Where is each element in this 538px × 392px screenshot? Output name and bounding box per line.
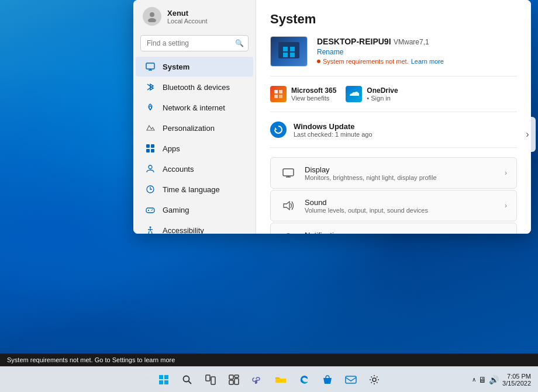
clock-date: 3/15/2022: [502, 380, 531, 387]
main-content: System DESKTOP-REIPU9I VMware7,1 Rename: [256, 0, 531, 234]
svg-point-0: [150, 12, 154, 17]
svg-rect-12: [146, 208, 154, 213]
accounts-icon: [145, 164, 156, 174]
teams-button[interactable]: [247, 369, 268, 390]
ms365-title: Microsoft 365: [291, 86, 336, 95]
svg-rect-47: [229, 380, 233, 384]
learn-more-link[interactable]: Learn more: [411, 58, 444, 65]
svg-rect-32: [283, 169, 294, 176]
task-view-button[interactable]: [200, 369, 221, 390]
device-vm: VMware7,1: [394, 38, 429, 46]
search-box[interactable]: 🔍: [140, 35, 249, 51]
user-info: Xenut Local Account: [167, 9, 208, 25]
taskbar: ∧ 🖥 🔊 7:05 PM 3/15/2022: [0, 366, 538, 392]
warning-dot: [317, 60, 320, 63]
svg-rect-6: [146, 144, 150, 148]
svg-rect-23: [278, 42, 299, 58]
svg-rect-30: [274, 95, 278, 98]
user-section[interactable]: Xenut Local Account: [133, 0, 256, 33]
svg-point-10: [149, 165, 152, 169]
file-explorer-button[interactable]: [270, 369, 291, 390]
search-icon: 🔍: [235, 39, 244, 47]
svg-point-40: [184, 376, 189, 381]
device-name: DESKTOP-REIPU9I: [317, 37, 391, 46]
display-item[interactable]: Display Monitors, brightness, night ligh…: [270, 157, 517, 189]
search-taskbar-button[interactable]: [177, 369, 198, 390]
svg-line-20: [149, 231, 149, 234]
sidebar-item-personalization[interactable]: Personalization: [136, 118, 253, 138]
accessibility-icon: [145, 225, 156, 234]
rename-link[interactable]: Rename: [317, 48, 517, 56]
svg-point-17: [150, 227, 151, 228]
sidebar-label-gaming: Gaming: [163, 206, 189, 214]
taskbar-clock[interactable]: 7:05 PM 3/15/2022: [502, 373, 531, 387]
sidebar-label-personalization: Personalization: [163, 124, 215, 133]
svg-rect-36: [159, 375, 163, 379]
sidebar-item-accessibility[interactable]: Accessibility: [136, 220, 253, 234]
sound-item[interactable]: Sound Volume levels, output, input, soun…: [270, 190, 517, 221]
sidebar-item-network[interactable]: Network & internet: [136, 98, 253, 117]
windows-update-section[interactable]: Windows Update Last checked: 1 minute ag…: [270, 122, 517, 148]
windows-update-icon: [270, 122, 287, 138]
right-arrow-button[interactable]: ›: [519, 117, 536, 152]
device-warning: System requirements not met. Learn more: [317, 58, 517, 65]
svg-rect-44: [229, 375, 233, 379]
sidebar-item-accounts[interactable]: Accounts: [136, 159, 253, 179]
nav-items: System Bluetooth & devices: [133, 56, 256, 234]
settings-taskbar-button[interactable]: [364, 369, 385, 390]
svg-rect-43: [211, 377, 215, 384]
device-card: DESKTOP-REIPU9I VMware7,1 Rename System …: [270, 36, 517, 77]
svg-rect-37: [164, 375, 168, 379]
mail-button[interactable]: [340, 369, 361, 390]
search-input[interactable]: [140, 35, 249, 51]
system-icon: [145, 61, 156, 72]
onedrive-sub: • Sign in: [367, 95, 398, 102]
sidebar-item-gaming[interactable]: Gaming: [136, 200, 253, 220]
svg-rect-38: [159, 380, 163, 384]
display-title: Display: [305, 165, 496, 174]
notifications-item[interactable]: Notifications Alerts from apps and syste…: [270, 223, 517, 234]
page-title: System: [270, 12, 517, 27]
user-name: Xenut: [167, 9, 208, 18]
notifications-icon: [280, 230, 296, 234]
bottom-notification-text: System requirements not met. Go to Setti…: [7, 356, 175, 363]
ms365-sub: View benefits: [291, 95, 336, 102]
svg-rect-45: [234, 375, 239, 377]
svg-rect-27: [290, 53, 295, 57]
edge-button[interactable]: [294, 369, 315, 390]
svg-point-50: [373, 378, 376, 381]
svg-rect-2: [146, 63, 154, 69]
svg-rect-25: [290, 47, 295, 51]
onedrive-icon: [346, 86, 362, 102]
onedrive-title: OneDrive: [367, 86, 398, 95]
display-icon: [280, 165, 296, 181]
device-info: DESKTOP-REIPU9I VMware7,1 Rename System …: [317, 36, 517, 65]
bluetooth-icon: [145, 82, 156, 92]
sidebar-item-system[interactable]: System: [136, 57, 253, 77]
widgets-button[interactable]: [223, 369, 244, 390]
onedrive-link[interactable]: OneDrive • Sign in: [346, 86, 398, 102]
svg-rect-39: [164, 380, 168, 384]
taskbar-center: [153, 369, 385, 390]
svg-point-1: [148, 18, 156, 22]
windows-update-title: Windows Update: [294, 122, 373, 131]
start-button[interactable]: [153, 369, 174, 390]
taskbar-right: ∧ 🖥 🔊 7:05 PM 3/15/2022: [472, 373, 531, 387]
store-button[interactable]: [317, 369, 338, 390]
quick-links: Microsoft 365 View benefits OneDrive • S…: [270, 86, 517, 112]
ms365-icon: [270, 86, 287, 102]
volume-tray-icon[interactable]: 🔊: [489, 375, 499, 384]
svg-marker-35: [284, 202, 289, 210]
display-chevron-icon: ›: [505, 169, 507, 177]
ms365-info: Microsoft 365 View benefits: [291, 86, 336, 102]
svg-line-21: [151, 231, 152, 234]
sidebar-item-apps[interactable]: Apps: [136, 138, 253, 158]
chevron-up-icon[interactable]: ∧: [472, 376, 476, 383]
network-tray-icon[interactable]: 🖥: [478, 375, 487, 384]
system-tray-icons[interactable]: ∧ 🖥 🔊: [472, 375, 499, 384]
sidebar-item-bluetooth[interactable]: Bluetooth & devices: [136, 77, 253, 97]
svg-rect-28: [274, 90, 278, 93]
ms365-link[interactable]: Microsoft 365 View benefits: [270, 86, 336, 102]
network-icon: [145, 102, 156, 113]
sidebar-item-time[interactable]: Time & language: [136, 179, 253, 199]
